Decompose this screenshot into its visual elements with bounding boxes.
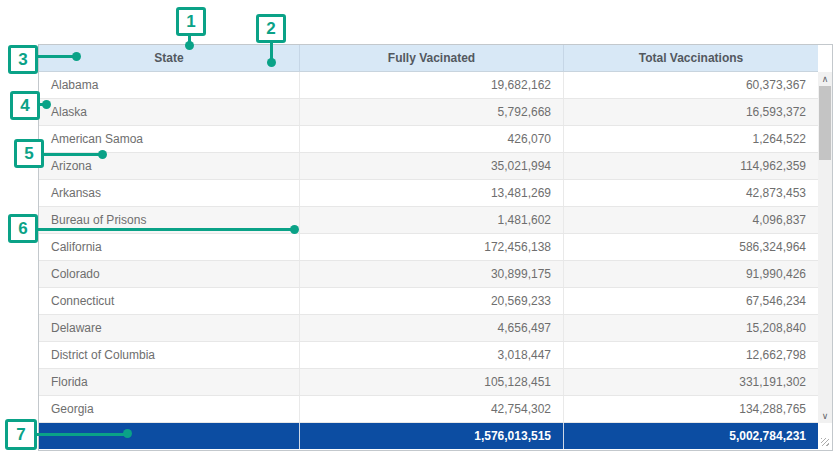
callout-3: 3 [8,45,38,74]
table-row[interactable]: Alaska 5,792,668 16,593,372 [39,99,818,126]
table-row[interactable]: Alabama 19,682,162 60,373,367 [39,72,818,99]
callout-4: 4 [10,91,40,120]
callout-5: 5 [14,139,44,168]
vertical-scrollbar[interactable]: ∧ ∨ [818,72,832,423]
total-vaccinations-cell[interactable]: 67,546,234 [563,288,818,314]
total-vaccinations-cell[interactable]: 60,373,367 [563,72,818,98]
fully-vacinated-cell[interactable]: 30,899,175 [299,261,563,287]
state-cell[interactable]: Delaware [39,315,299,341]
resize-grip-icon[interactable] [821,438,829,446]
fully-vacinated-cell[interactable]: 42,754,302 [299,396,563,422]
total-vaccinations-cell[interactable]: 331,191,302 [563,369,818,395]
callout-7-line [36,433,126,436]
fully-vacinated-cell[interactable]: 35,021,994 [299,153,563,179]
total-vaccinations-cell[interactable]: 586,324,964 [563,234,818,260]
fully-vacinated-cell[interactable]: 1,481,602 [299,207,563,233]
table-summary-row: 1,576,013,515 5,002,784,231 [39,423,818,449]
total-vaccinations-cell[interactable]: 134,288,765 [563,396,818,422]
scrollbar-corner [818,424,832,450]
callout-5-line [43,153,101,156]
table-row[interactable]: Arizona 35,021,994 114,962,359 [39,153,818,180]
total-vaccinations-cell[interactable]: 16,593,372 [563,99,818,125]
total-vaccinations-cell[interactable]: 12,662,798 [563,342,818,368]
fully-vacinated-cell[interactable]: 5,792,668 [299,99,563,125]
table-body: Alabama 19,682,162 60,373,367 Alaska 5,7… [39,72,818,423]
column-header-total-vaccinations[interactable]: Total Vaccinations [563,45,818,71]
callout-2-dot [267,58,276,67]
total-vaccinations-cell[interactable]: 91,990,426 [563,261,818,287]
summary-state-cell [39,423,299,449]
scroll-up-icon[interactable]: ∧ [818,72,832,86]
table-row[interactable]: American Samoa 426,070 1,264,522 [39,126,818,153]
column-header-fully-vacinated[interactable]: Fully Vacinated [299,45,563,71]
summary-fully-vacinated-total: 1,576,013,515 [299,423,563,449]
callout-7-dot [123,429,132,438]
state-cell[interactable]: Arizona [39,153,299,179]
total-vaccinations-cell[interactable]: 1,264,522 [563,126,818,152]
callout-4-dot [42,100,51,109]
state-cell[interactable]: Alabama [39,72,299,98]
table-row[interactable]: California 172,456,138 586,324,964 [39,234,818,261]
total-vaccinations-cell[interactable]: 15,208,840 [563,315,818,341]
fully-vacinated-cell[interactable]: 20,569,233 [299,288,563,314]
callout-6-dot [290,225,299,234]
total-vaccinations-cell[interactable]: 4,096,837 [563,207,818,233]
table-row[interactable]: Colorado 30,899,175 91,990,426 [39,261,818,288]
total-vaccinations-cell[interactable]: 42,873,453 [563,180,818,206]
callout-6-line [37,228,293,231]
state-cell[interactable]: Alaska [39,99,299,125]
table-row[interactable]: Connecticut 20,569,233 67,546,234 [39,288,818,315]
summary-total-vaccinations-total: 5,002,784,231 [563,423,818,449]
callout-6: 6 [8,214,38,243]
state-cell[interactable]: Colorado [39,261,299,287]
fully-vacinated-cell[interactable]: 426,070 [299,126,563,152]
fully-vacinated-cell[interactable]: 172,456,138 [299,234,563,260]
callout-7: 7 [5,419,37,450]
table-row[interactable]: District of Columbia 3,018,447 12,662,79… [39,342,818,369]
scrollbar-thumb[interactable] [819,86,831,160]
state-cell[interactable]: Arkansas [39,180,299,206]
state-cell[interactable]: Georgia [39,396,299,422]
scroll-down-icon[interactable]: ∨ [818,409,832,423]
attribute-table: State Fully Vacinated Total Vaccinations… [38,44,833,451]
screenshot-canvas: State Fully Vacinated Total Vaccinations… [0,0,833,453]
state-cell[interactable]: Florida [39,369,299,395]
callout-1-dot [185,41,194,50]
callout-5-dot [98,150,107,159]
table-header-row: State Fully Vacinated Total Vaccinations [39,45,818,72]
fully-vacinated-cell[interactable]: 4,656,497 [299,315,563,341]
callout-3-dot [72,52,81,61]
state-cell[interactable]: California [39,234,299,260]
total-vaccinations-cell[interactable]: 114,962,359 [563,153,818,179]
callout-3-line [37,55,75,58]
table-row[interactable]: Florida 105,128,451 331,191,302 [39,369,818,396]
state-cell[interactable]: District of Columbia [39,342,299,368]
table-row[interactable]: Delaware 4,656,497 15,208,840 [39,315,818,342]
fully-vacinated-cell[interactable]: 19,682,162 [299,72,563,98]
callout-2: 2 [256,14,286,43]
fully-vacinated-cell[interactable]: 105,128,451 [299,369,563,395]
fully-vacinated-cell[interactable]: 13,481,269 [299,180,563,206]
fully-vacinated-cell[interactable]: 3,018,447 [299,342,563,368]
callout-1: 1 [176,7,206,36]
table-row[interactable]: Arkansas 13,481,269 42,873,453 [39,180,818,207]
table-row[interactable]: Georgia 42,754,302 134,288,765 [39,396,818,423]
state-cell[interactable]: American Samoa [39,126,299,152]
state-cell[interactable]: Connecticut [39,288,299,314]
